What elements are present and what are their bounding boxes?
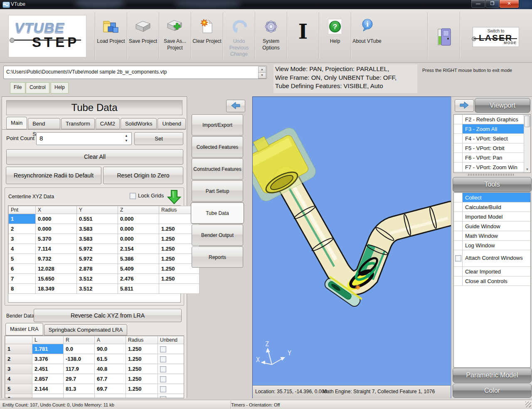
- unbend-cell[interactable]: [158, 364, 185, 374]
- table-row[interactable]: 612.0282.8785.4091.250: [9, 264, 200, 274]
- menu-file[interactable]: File: [10, 82, 25, 94]
- table-row[interactable]: 10.0000.5510.000: [9, 214, 200, 224]
- tool-clear-imported[interactable]: Clear Imported: [454, 267, 530, 276]
- cell[interactable]: 1.781: [32, 344, 64, 354]
- set-button[interactable]: Set: [134, 132, 183, 145]
- cell[interactable]: 5.811: [118, 284, 159, 294]
- unbend-cell[interactable]: [158, 384, 185, 394]
- file-path-input[interactable]: C:\Users\Public\Documents\VTube\model sa…: [3, 66, 267, 79]
- tab-unbend[interactable]: Unbend: [158, 118, 186, 129]
- fkey-item[interactable]: F3 - Zoom All: [454, 124, 524, 134]
- tools-list[interactable]: CollectCalculate/BuildImported ModelGuid…: [453, 192, 531, 368]
- cell[interactable]: 4: [5, 374, 32, 384]
- unbend-cell[interactable]: [158, 374, 185, 384]
- cell[interactable]: 1.250: [159, 274, 200, 284]
- cell[interactable]: 1.250: [126, 354, 158, 364]
- tab-bend-setup[interactable]: Bend Setup: [28, 118, 60, 129]
- tool-imported-model[interactable]: Imported Model: [454, 212, 530, 222]
- fkey-item[interactable]: F6 - VPort: Pan: [454, 153, 524, 163]
- point-count-spinner-up[interactable]: ▲: [125, 134, 128, 138]
- unbend-checkbox[interactable]: [160, 386, 166, 392]
- cell[interactable]: 12.028: [36, 264, 77, 274]
- viewport-3d[interactable]: Z Y X Location: 35.715, -14.396, 0.000 M…: [252, 96, 452, 399]
- fkey-item[interactable]: F4 - VPort: Select: [454, 134, 524, 143]
- tab-master-lra[interactable]: Master LRA: [5, 323, 43, 335]
- centerline-xyz-table[interactable]: PntXYZRadius10.0000.5510.00020.0003.5830…: [8, 206, 200, 294]
- scroll-down-arrow[interactable]: ▼: [524, 167, 530, 172]
- path-spinner-down[interactable]: ▼: [258, 72, 266, 79]
- nav-constructed-features[interactable]: Constructed Features: [192, 158, 243, 180]
- cell[interactable]: 1.250: [126, 384, 158, 394]
- cell[interactable]: 7.114: [36, 244, 77, 254]
- nav-import-export[interactable]: Import/Export: [192, 114, 243, 136]
- cell[interactable]: 2.857: [32, 374, 64, 384]
- cell[interactable]: 117.9: [64, 364, 95, 374]
- cell[interactable]: 5: [9, 254, 36, 264]
- cell[interactable]: 18.349: [36, 284, 77, 294]
- minimize-button[interactable]: —: [471, 0, 485, 8]
- cell[interactable]: 15.650: [36, 274, 77, 284]
- table-row[interactable]: 35.3703.5830.0001.250: [9, 234, 200, 244]
- table-row[interactable]: 23.376-138.061.51.250: [5, 354, 185, 364]
- cell[interactable]: [126, 394, 158, 399]
- viewport-header[interactable]: Viewport: [475, 98, 530, 113]
- move-down-arrow-button[interactable]: [166, 188, 182, 207]
- tab-solidworks[interactable]: SolidWorks: [121, 118, 157, 129]
- fkey-list[interactable]: F2 - Refresh GraphicsF3 - Zoom AllF4 - V…: [453, 114, 531, 173]
- table-row[interactable]: 20.0003.5830.0001.250: [9, 224, 200, 234]
- cell[interactable]: 8: [9, 284, 36, 294]
- cell[interactable]: 2.476: [118, 274, 159, 284]
- resize-grip[interactable]: [525, 402, 531, 407]
- cell[interactable]: 5: [5, 384, 32, 394]
- panel-splitter[interactable]: [468, 174, 514, 176]
- cell[interactable]: 0.000: [36, 224, 77, 234]
- load-project-button[interactable]: Load Project: [95, 12, 127, 59]
- cell[interactable]: 5.409: [118, 264, 159, 274]
- save-as-project-button[interactable]: Save As... Project: [159, 12, 191, 59]
- cell[interactable]: [159, 284, 200, 294]
- point-count-input[interactable]: 8 ▲ ▼: [36, 132, 132, 145]
- cell[interactable]: 2: [5, 354, 32, 364]
- text-cursor-button[interactable]: I: [287, 12, 319, 59]
- close-button[interactable]: ✕: [499, 0, 519, 8]
- nav-collected-features[interactable]: Collected Features: [192, 136, 243, 158]
- switch-to-laser-button[interactable]: Switch to LASER MODE: [460, 12, 532, 59]
- cell[interactable]: 90.0: [95, 344, 126, 354]
- cell[interactable]: -138.0: [64, 354, 95, 364]
- reverse-calc-button[interactable]: Reverse Calc XYZ from LRA: [34, 309, 182, 322]
- fkey-scrollbar[interactable]: ▼: [524, 115, 530, 172]
- cell[interactable]: 5.972: [77, 254, 118, 264]
- collapse-right-button[interactable]: [455, 99, 474, 112]
- table-row[interactable]: 6: [5, 394, 185, 399]
- tool-log-window[interactable]: Log Window: [454, 241, 530, 250]
- tab-cam2[interactable]: CAM2: [96, 118, 120, 129]
- cell[interactable]: [95, 394, 126, 399]
- cell[interactable]: 5.972: [77, 244, 118, 254]
- cell[interactable]: 3.583: [77, 224, 118, 234]
- resynchronize-radii-button[interactable]: Resynchronize Radii to Default: [6, 167, 101, 184]
- unbend-checkbox[interactable]: [160, 356, 166, 362]
- restore-button[interactable]: ❐: [485, 0, 500, 8]
- table-row[interactable]: 32.451117.940.81.250: [5, 364, 185, 374]
- table-row[interactable]: 52.14481.369.71.250: [5, 384, 185, 394]
- system-options-button[interactable]: System Options: [255, 12, 287, 59]
- tab-springback-compensated-lra[interactable]: Springback Compensated LRA: [44, 324, 128, 335]
- tool-collect[interactable]: Collect: [454, 193, 530, 202]
- cell[interactable]: [64, 394, 95, 399]
- cell[interactable]: 3.376: [32, 354, 64, 364]
- cell[interactable]: 5.370: [36, 234, 77, 244]
- unbend-cell[interactable]: [158, 344, 185, 354]
- fkey-item[interactable]: F7 - VPort: Zoom Win: [454, 163, 524, 172]
- tool-math-window[interactable]: Math Window: [454, 231, 530, 241]
- unbend-cell[interactable]: [158, 394, 185, 399]
- cell[interactable]: 1: [5, 344, 32, 354]
- cell[interactable]: 2.144: [32, 384, 64, 394]
- cell[interactable]: 0.0: [64, 344, 95, 354]
- cell[interactable]: 2: [9, 224, 36, 234]
- unbend-checkbox[interactable]: [160, 346, 166, 352]
- table-row[interactable]: 47.1145.9722.1541.250: [9, 244, 200, 254]
- fkey-item[interactable]: F2 - Refresh Graphics: [454, 115, 524, 124]
- cell[interactable]: [32, 394, 64, 399]
- cell[interactable]: 0.551: [77, 214, 118, 224]
- cell[interactable]: 0.000: [118, 234, 159, 244]
